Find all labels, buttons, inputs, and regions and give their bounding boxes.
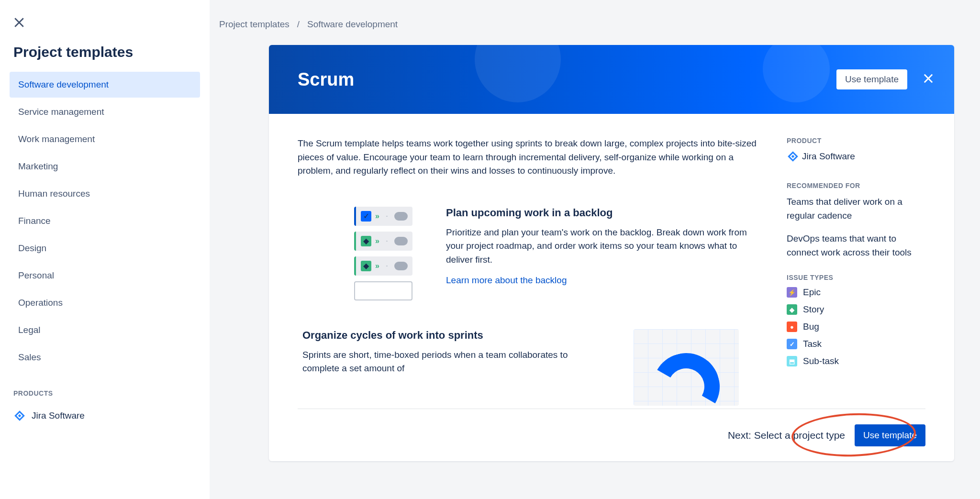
hero-banner: Scrum Use template <box>269 45 954 114</box>
learn-more-backlog-link[interactable]: Learn more about the backlog <box>446 275 567 285</box>
template-card: Scrum Use template The Scrum template he… <box>269 45 954 461</box>
sprint-illustration <box>634 329 739 406</box>
sidebar-item-human-resources[interactable]: Human resources <box>10 181 200 207</box>
recommended-item: Teams that deliver work on a regular cad… <box>787 195 925 222</box>
breadcrumb: Project templates / Software development <box>210 0 980 30</box>
close-icon[interactable] <box>12 15 26 30</box>
breadcrumb-separator: / <box>297 19 300 30</box>
use-template-button-bottom[interactable]: Use template <box>855 424 925 446</box>
product-label-heading: PRODUCT <box>787 137 925 144</box>
backlog-illustration: ✓» ◆» ◆» <box>298 207 412 300</box>
recommended-item: DevOps teams that want to connect work a… <box>787 232 925 259</box>
bug-icon: ● <box>787 322 797 332</box>
jira-icon <box>13 410 26 422</box>
feature-sprints-title: Organize cycles of work into sprints <box>302 329 600 342</box>
issue-type-subtask: ⬒Sub-task <box>787 356 925 366</box>
sidebar-item-personal[interactable]: Personal <box>10 263 200 288</box>
feature-backlog-title: Plan upcoming work in a backlog <box>446 207 763 219</box>
issue-type-task: ✓Task <box>787 339 925 349</box>
subtask-icon: ⬒ <box>787 356 797 366</box>
sidebar-item-software-development[interactable]: Software development <box>10 72 200 98</box>
issue-types-label-heading: ISSUE TYPES <box>787 274 925 281</box>
task-icon: ✓ <box>787 339 797 349</box>
feature-backlog: ✓» ◆» ◆» Plan upcoming work in a backlog… <box>298 207 763 300</box>
sidebar-item-operations[interactable]: Operations <box>10 290 200 316</box>
sidebar-item-service-management[interactable]: Service management <box>10 99 200 125</box>
sidebar: Project templates Software development S… <box>0 0 210 499</box>
products-section-label: PRODUCTS <box>13 389 200 397</box>
card-body: The Scrum template helps teams work toge… <box>269 114 954 413</box>
breadcrumb-software-development[interactable]: Software development <box>307 19 398 30</box>
product-label: Jira Software <box>32 410 85 421</box>
use-template-button-top[interactable]: Use template <box>836 69 907 89</box>
sidebar-item-design[interactable]: Design <box>10 235 200 261</box>
sidebar-title: Project templates <box>13 44 200 60</box>
feature-sprints: Organize cycles of work into sprints Spr… <box>298 329 763 406</box>
template-title: Scrum <box>298 69 354 90</box>
jira-icon <box>787 150 799 163</box>
epic-icon: ⚡ <box>787 287 797 298</box>
issue-type-bug: ●Bug <box>787 322 925 332</box>
main: Project templates / Software development… <box>210 0 980 499</box>
story-icon: ◆ <box>787 304 797 315</box>
sidebar-item-finance[interactable]: Finance <box>10 208 200 234</box>
meta-column: PRODUCT Jira Software RECOMMENDED FOR Te… <box>787 137 925 413</box>
product-name-row: Jira Software <box>787 150 925 163</box>
recommended-label-heading: RECOMMENDED FOR <box>787 182 925 189</box>
sidebar-item-legal[interactable]: Legal <box>10 317 200 343</box>
card-footer: Next: Select a project type Use template <box>298 409 925 461</box>
sidebar-item-marketing[interactable]: Marketing <box>10 154 200 179</box>
next-step-text: Next: Select a project type <box>728 430 845 441</box>
close-icon[interactable] <box>922 72 935 87</box>
issue-type-epic: ⚡Epic <box>787 287 925 298</box>
product-name: Jira Software <box>802 151 855 162</box>
breadcrumb-project-templates[interactable]: Project templates <box>219 19 290 30</box>
product-jira-software[interactable]: Jira Software <box>10 405 200 427</box>
feature-backlog-body: Prioritize and plan your team's work on … <box>446 226 763 267</box>
issue-type-story: ◆Story <box>787 304 925 315</box>
sidebar-item-sales[interactable]: Sales <box>10 344 200 370</box>
template-intro: The Scrum template helps teams work toge… <box>298 137 763 178</box>
feature-sprints-body: Sprints are short, time-boxed periods wh… <box>302 348 600 376</box>
sidebar-item-work-management[interactable]: Work management <box>10 126 200 152</box>
